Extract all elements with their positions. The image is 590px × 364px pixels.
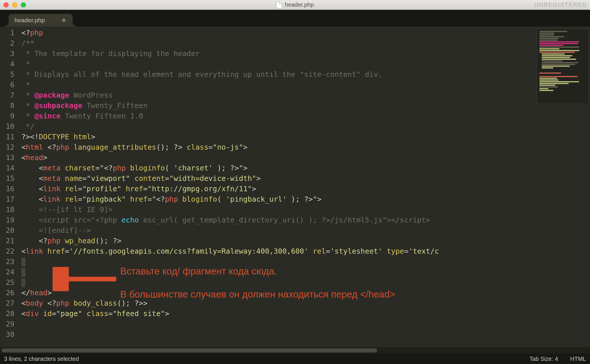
scrollbar-thumb[interactable]	[2, 348, 377, 352]
status-tab-size[interactable]: Tab Size: 4	[530, 356, 558, 362]
tab-bar: header.php	[0, 12, 590, 27]
minimap-content	[539, 31, 587, 102]
minimap[interactable]	[537, 29, 589, 104]
editor: 1234567891011121314151617181920212223242…	[0, 27, 590, 347]
status-syntax[interactable]: HTML	[570, 356, 586, 362]
file-icon	[276, 1, 282, 8]
tab-header-php[interactable]: header.php	[9, 14, 73, 27]
window-title: header.php	[276, 1, 314, 8]
traffic-lights	[3, 2, 26, 8]
menubar-strip	[0, 10, 590, 12]
status-right: Tab Size: 4 HTML	[530, 356, 586, 362]
tab-label: header.php	[14, 17, 45, 24]
minimize-button[interactable]	[12, 2, 17, 8]
registration-status: UNREGISTERED	[534, 1, 587, 8]
line-number-gutter[interactable]: 1234567891011121314151617181920212223242…	[0, 27, 20, 347]
code-area[interactable]: <?php/** * The template for displaying t…	[20, 27, 590, 347]
window-title-text: header.php	[285, 1, 314, 8]
close-button[interactable]	[3, 2, 9, 8]
horizontal-scrollbar[interactable]	[0, 347, 590, 354]
window-titlebar: header.php UNREGISTERED	[0, 0, 590, 10]
annotation-text-2: В большинстве случаев он должен находить…	[120, 289, 395, 300]
tab-dirty-indicator-icon	[62, 18, 66, 22]
status-selection: 3 lines, 2 characters selected	[4, 356, 79, 362]
annotation-text-1: Вставьте код/ фрагмент кода сюда.	[120, 266, 277, 277]
maximize-button[interactable]	[21, 2, 26, 8]
svg-marker-1	[55, 271, 68, 287]
status-bar: 3 lines, 2 characters selected Tab Size:…	[0, 354, 590, 364]
annotation-arrow-icon	[53, 267, 119, 291]
